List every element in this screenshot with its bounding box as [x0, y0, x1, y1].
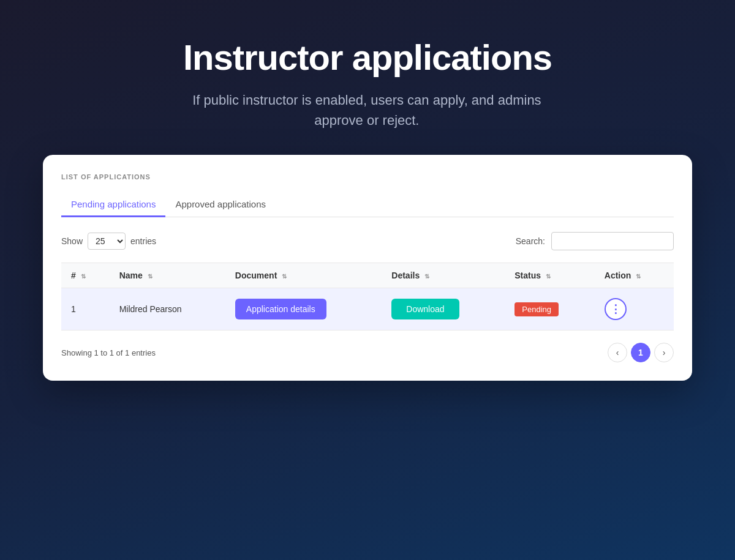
entries-label: entries — [130, 236, 156, 246]
tab-pending[interactable]: Pending applications — [61, 193, 165, 217]
col-details: Details ⇅ — [382, 263, 505, 288]
page-subtitle: If public instructor is enabled, users c… — [183, 90, 551, 130]
search-box: Search: — [516, 232, 674, 250]
applications-card: LIST OF APPLICATIONS Pending application… — [43, 155, 692, 381]
cell-details: Download — [382, 288, 505, 330]
search-input[interactable] — [551, 232, 674, 250]
sort-icon-document: ⇅ — [282, 273, 287, 280]
action-menu-button[interactable]: ⋮ — [605, 298, 627, 320]
sort-icon-name: ⇅ — [148, 273, 153, 280]
pagination-page-1[interactable]: 1 — [631, 343, 650, 362]
col-name: Name ⇅ — [110, 263, 225, 288]
col-action: Action ⇅ — [595, 263, 674, 288]
table-header-row: # ⇅ Name ⇅ Document ⇅ Details ⇅ Status — [61, 263, 674, 288]
three-dots-icon: ⋮ — [610, 304, 621, 315]
table-row: 1 Mildred Pearson Application details Do… — [61, 288, 674, 330]
applications-table: # ⇅ Name ⇅ Document ⇅ Details ⇅ Status — [61, 263, 674, 330]
search-label: Search: — [516, 236, 545, 246]
download-button[interactable]: Download — [391, 299, 459, 319]
pagination: ‹ 1 › — [608, 343, 674, 362]
cell-document: Application details — [225, 288, 382, 330]
pagination-next[interactable]: › — [654, 343, 674, 362]
show-entries-group: Show 25 10 50 100 entries — [61, 233, 156, 250]
cell-status: Pending — [505, 288, 595, 330]
cell-action: ⋮ — [595, 288, 674, 330]
page-title: Instructor applications — [183, 37, 552, 78]
status-badge: Pending — [514, 302, 559, 316]
cell-num: 1 — [61, 288, 110, 330]
section-label: LIST OF APPLICATIONS — [61, 173, 674, 181]
sort-icon-num: ⇅ — [81, 273, 86, 280]
showing-text: Showing 1 to 1 of 1 entries — [61, 348, 156, 357]
entries-select[interactable]: 25 10 50 100 — [88, 233, 126, 250]
sort-icon-details: ⇅ — [424, 273, 429, 280]
col-num: # ⇅ — [61, 263, 110, 288]
table-footer: Showing 1 to 1 of 1 entries ‹ 1 › — [61, 343, 674, 362]
application-details-button[interactable]: Application details — [235, 299, 326, 319]
col-status: Status ⇅ — [505, 263, 595, 288]
pagination-prev[interactable]: ‹ — [608, 343, 627, 362]
tabs-container: Pending applications Approved applicatio… — [61, 193, 674, 217]
sort-icon-status: ⇅ — [546, 273, 551, 280]
table-controls: Show 25 10 50 100 entries Search: — [61, 232, 674, 250]
col-document: Document ⇅ — [225, 263, 382, 288]
sort-icon-action: ⇅ — [636, 273, 641, 280]
cell-name: Mildred Pearson — [110, 288, 225, 330]
show-label: Show — [61, 236, 83, 246]
tab-approved[interactable]: Approved applications — [165, 193, 276, 217]
header-section: Instructor applications If public instru… — [183, 37, 552, 130]
